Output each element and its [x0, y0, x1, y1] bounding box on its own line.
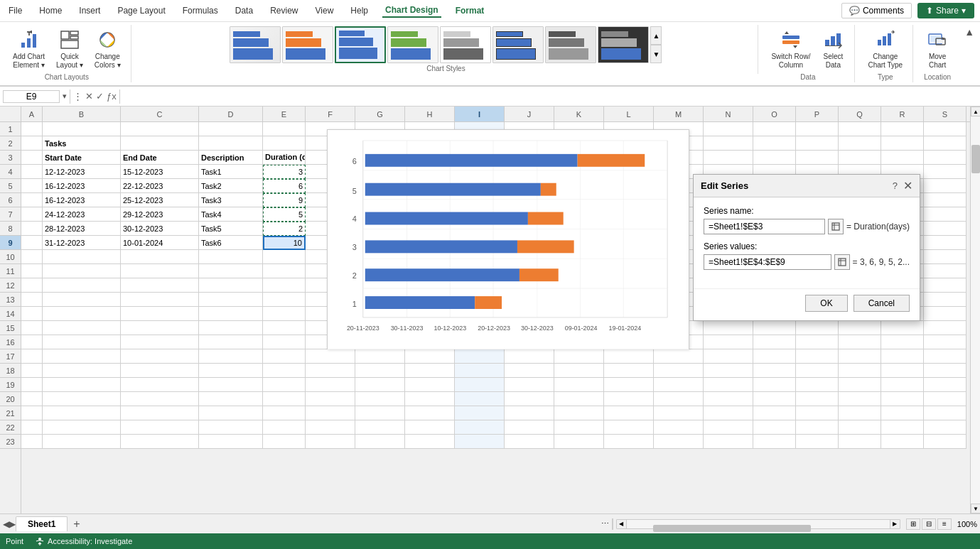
cell-c5[interactable]: 22-12-2023: [121, 179, 199, 193]
row-header-23[interactable]: 23: [0, 435, 21, 449]
cell-e2[interactable]: [263, 136, 306, 151]
series-values-ref-button[interactable]: [834, 254, 850, 270]
cell-d2[interactable]: [199, 136, 263, 151]
cell-b5[interactable]: 16-12-2023: [43, 179, 121, 193]
row-header-12[interactable]: 12: [0, 278, 21, 293]
cell-a1[interactable]: [21, 122, 43, 136]
cell-r2[interactable]: [881, 136, 924, 151]
cell-d3[interactable]: Description: [199, 151, 263, 165]
cell-d10[interactable]: [199, 250, 263, 264]
formula-confirm-icon[interactable]: ✓: [96, 91, 104, 102]
series-name-ref-button[interactable]: [828, 219, 844, 234]
cell-o2[interactable]: [753, 136, 796, 151]
menu-file[interactable]: File: [6, 4, 25, 17]
cell-e7[interactable]: 5: [263, 207, 306, 222]
cell-r3[interactable]: [881, 151, 924, 165]
cell-e8[interactable]: 2: [263, 222, 306, 236]
col-header-k[interactable]: K: [554, 107, 604, 121]
cell-b6[interactable]: 16-12-2023: [43, 193, 121, 207]
scroll-right-button[interactable]: ▶: [890, 520, 900, 528]
cell-d8[interactable]: Task5: [199, 222, 263, 236]
cell-a8[interactable]: [21, 222, 43, 236]
cell-p2[interactable]: [796, 136, 839, 151]
cell-a3[interactable]: [21, 151, 43, 165]
cell-s6[interactable]: [924, 193, 966, 207]
page-layout-view-button[interactable]: ⊟: [922, 518, 936, 530]
chart-style-3[interactable]: [335, 26, 386, 63]
col-header-n[interactable]: N: [704, 107, 753, 121]
quick-layout-button[interactable]: QuickLayout ▾: [52, 26, 87, 72]
formula-context-menu-icon[interactable]: ⋮: [73, 91, 82, 102]
cell-c2[interactable]: [121, 136, 199, 151]
col-header-b[interactable]: B: [43, 107, 121, 121]
cell-e3[interactable]: Duration (days): [263, 151, 306, 165]
cell-o3[interactable]: [753, 151, 796, 165]
scroll-up-button[interactable]: ▲: [971, 107, 980, 116]
cell-s1[interactable]: [924, 122, 966, 136]
menu-help[interactable]: Help: [348, 4, 371, 17]
dialog-cancel-button[interactable]: Cancel: [854, 295, 910, 312]
cell-reference-input[interactable]: [3, 90, 60, 103]
add-sheet-button[interactable]: +: [68, 518, 85, 531]
cell-c9[interactable]: 10-01-2024: [121, 236, 199, 250]
col-header-l[interactable]: L: [604, 107, 654, 121]
cell-c1[interactable]: [121, 122, 199, 136]
row-header-1[interactable]: 1: [0, 122, 21, 136]
row-header-16[interactable]: 16: [0, 335, 21, 349]
row-header-15[interactable]: 15: [0, 321, 21, 335]
cell-b3[interactable]: Start Date: [43, 151, 121, 165]
change-chart-type-button[interactable]: ChangeChart Type: [863, 26, 907, 72]
col-header-p[interactable]: P: [796, 107, 839, 121]
menu-format[interactable]: Format: [453, 4, 488, 17]
row-header-14[interactable]: 14: [0, 307, 21, 321]
sheet1-tab[interactable]: Sheet1: [16, 516, 68, 531]
menu-page-layout[interactable]: Page Layout: [114, 4, 168, 17]
row-header-6[interactable]: 6: [0, 193, 21, 207]
chart-style-2[interactable]: [282, 26, 333, 63]
cell-n3[interactable]: [704, 151, 753, 165]
row-header-13[interactable]: 13: [0, 293, 21, 307]
cell-d7[interactable]: Task4: [199, 207, 263, 222]
cell-a4[interactable]: [21, 165, 43, 179]
cell-s10[interactable]: [924, 250, 966, 264]
col-header-e[interactable]: E: [263, 107, 306, 121]
cell-ref-dropdown[interactable]: ▾: [63, 92, 67, 101]
cell-e6[interactable]: 9: [263, 193, 306, 207]
cell-e10[interactable]: [263, 250, 306, 264]
dialog-ok-button[interactable]: OK: [805, 295, 847, 312]
cell-s8[interactable]: [924, 222, 966, 236]
cell-s3[interactable]: [924, 151, 966, 165]
series-values-input[interactable]: [704, 254, 831, 270]
select-data-button[interactable]: SelectData: [817, 26, 849, 72]
row-header-11[interactable]: 11: [0, 264, 21, 278]
chart-styles-up[interactable]: ▲: [650, 26, 662, 45]
menu-home[interactable]: Home: [36, 4, 65, 17]
cell-a9[interactable]: [21, 236, 43, 250]
col-header-g[interactable]: G: [355, 107, 405, 121]
chart-style-4[interactable]: [387, 26, 438, 63]
dialog-close-button[interactable]: ✕: [903, 179, 912, 192]
formula-input[interactable]: [123, 91, 977, 102]
series-name-input[interactable]: [704, 219, 825, 234]
menu-insert[interactable]: Insert: [76, 4, 103, 17]
cell-d6[interactable]: Task3: [199, 193, 263, 207]
ribbon-collapse-button[interactable]: ▲: [964, 26, 974, 38]
col-header-j[interactable]: J: [505, 107, 554, 121]
row-header-21[interactable]: 21: [0, 406, 21, 420]
cell-d5[interactable]: Task2: [199, 179, 263, 193]
cell-c8[interactable]: 30-12-2023: [121, 222, 199, 236]
chart-style-1[interactable]: [230, 26, 281, 63]
more-options-button[interactable]: ⋯: [601, 519, 609, 528]
cell-b8[interactable]: 28-12-2023: [43, 222, 121, 236]
normal-view-button[interactable]: ⊞: [906, 518, 920, 530]
row-header-19[interactable]: 19: [0, 378, 21, 392]
cell-n1[interactable]: [704, 122, 753, 136]
cell-s9[interactable]: [924, 236, 966, 250]
add-chart-element-button[interactable]: Add ChartElement ▾: [9, 26, 49, 72]
cell-s4[interactable]: [924, 165, 966, 179]
col-header-c[interactable]: C: [121, 107, 199, 121]
horizontal-scrollbar[interactable]: ◀ ▶: [616, 519, 900, 529]
prev-sheet-button[interactable]: ◀: [3, 519, 9, 529]
menu-review[interactable]: Review: [267, 4, 301, 17]
cell-e9[interactable]: 10: [263, 236, 306, 250]
